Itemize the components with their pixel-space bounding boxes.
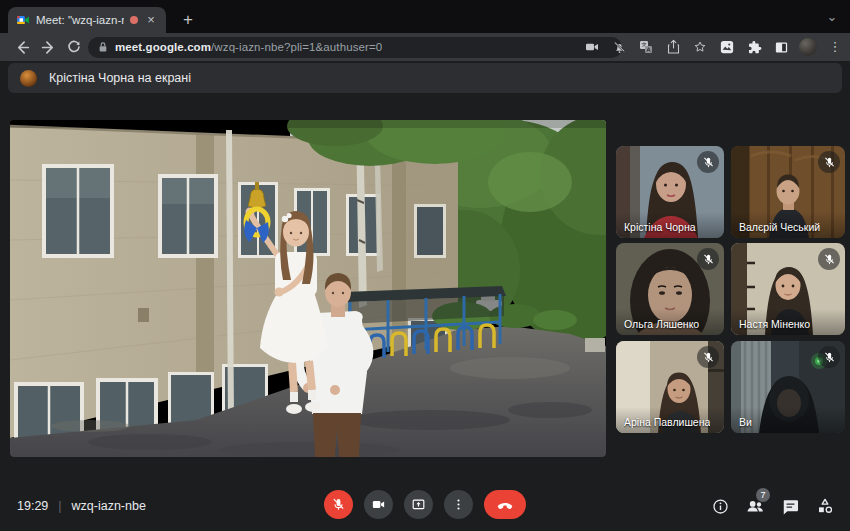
meet-favicon-icon — [16, 13, 30, 27]
reload-button[interactable] — [62, 35, 86, 59]
tab-title: Meet: "wzq-iazn-nbe" — [36, 14, 124, 26]
present-screen-button[interactable] — [404, 490, 433, 519]
browser-toolbar: meet.google.com/wzq-iazn-nbe?pli=1&authu… — [0, 33, 850, 61]
mic-muted-icon — [818, 248, 840, 270]
participants-button[interactable]: 7 — [745, 496, 765, 516]
toolbar-icons: ⋮ — [583, 33, 844, 61]
presenter-avatar — [20, 70, 37, 87]
mic-toggle-button[interactable] — [324, 490, 353, 519]
meeting-panel-buttons: 7 — [710, 496, 835, 516]
clock-time: 19:29 — [17, 499, 48, 513]
profile-avatar[interactable] — [799, 38, 817, 56]
end-call-button[interactable] — [484, 490, 526, 519]
participants-count-badge: 7 — [756, 488, 770, 502]
chrome-menu-kebab-icon[interactable]: ⋮ — [826, 38, 844, 56]
tab-media-indicator-icon — [130, 16, 138, 24]
browser-window: Meet: "wzq-iazn-nbe" × + ⌄ meet.google.c… — [0, 0, 850, 531]
new-tab-button[interactable]: + — [176, 8, 200, 32]
mic-muted-icon — [697, 248, 719, 270]
activities-button[interactable] — [815, 496, 835, 516]
tab-meet[interactable]: Meet: "wzq-iazn-nbe" × — [8, 7, 166, 33]
meeting-info: 19:29 | wzq-iazn-nbe — [17, 499, 146, 513]
share-icon[interactable] — [664, 38, 682, 56]
mic-muted-icon — [818, 346, 840, 368]
main-presentation-video[interactable] — [10, 120, 606, 457]
participant-name: Аріна Павлишена — [624, 416, 710, 428]
presenting-banner-text: Крістіна Чорна на екрані — [49, 71, 191, 85]
school-scene-image — [10, 120, 606, 457]
separator: | — [58, 499, 61, 513]
participant-tile[interactable]: Крістіна Чорна — [616, 146, 724, 238]
more-options-button[interactable] — [444, 490, 473, 519]
camera-in-use-icon[interactable] — [583, 38, 601, 56]
url-path: /wzq-iazn-nbe?pli=1&authuser=0 — [211, 41, 382, 53]
address-bar[interactable]: meet.google.com/wzq-iazn-nbe?pli=1&authu… — [88, 37, 622, 58]
mic-muted-icon — [697, 346, 719, 368]
translate-icon[interactable] — [637, 38, 655, 56]
participant-name: Крістіна Чорна — [624, 221, 696, 233]
participant-tile[interactable]: Аріна Павлишена — [616, 341, 724, 433]
camera-toggle-button[interactable] — [364, 490, 393, 519]
participant-name: Ольга Ляшенко — [624, 318, 699, 330]
forward-button[interactable] — [36, 35, 60, 59]
extensions-puzzle-icon[interactable] — [745, 38, 763, 56]
participant-tile[interactable]: Ви — [731, 341, 845, 433]
tab-strip: Meet: "wzq-iazn-nbe" × + ⌄ — [0, 0, 850, 33]
side-panel-icon[interactable] — [772, 38, 790, 56]
bookmark-star-icon[interactable] — [691, 38, 709, 56]
meeting-details-button[interactable] — [710, 496, 730, 516]
participant-name: Валєрій Чеський — [739, 221, 820, 233]
screenshot-extension-icon[interactable] — [718, 38, 736, 56]
back-button[interactable] — [10, 35, 34, 59]
participant-tile[interactable]: Ольга Ляшенко — [616, 243, 724, 335]
participant-name: Настя Міненко — [739, 318, 810, 330]
participant-tile[interactable]: Валєрій Чеський — [731, 146, 845, 238]
chat-button[interactable] — [780, 496, 800, 516]
call-controls — [324, 490, 526, 519]
mic-muted-icon — [818, 151, 840, 173]
participant-tile[interactable]: Настя Міненко — [731, 243, 845, 335]
tab-close-icon[interactable]: × — [144, 13, 158, 27]
tab-search-chevron-icon[interactable]: ⌄ — [823, 7, 841, 25]
lock-icon — [98, 41, 108, 53]
url-domain: meet.google.com — [115, 41, 211, 53]
meeting-code: wzq-iazn-nbe — [72, 499, 146, 513]
mic-muted-icon — [697, 151, 719, 173]
notifications-blocked-icon[interactable] — [610, 38, 628, 56]
participant-name: Ви — [739, 416, 752, 428]
presenting-banner: Крістіна Чорна на екрані — [8, 63, 842, 93]
